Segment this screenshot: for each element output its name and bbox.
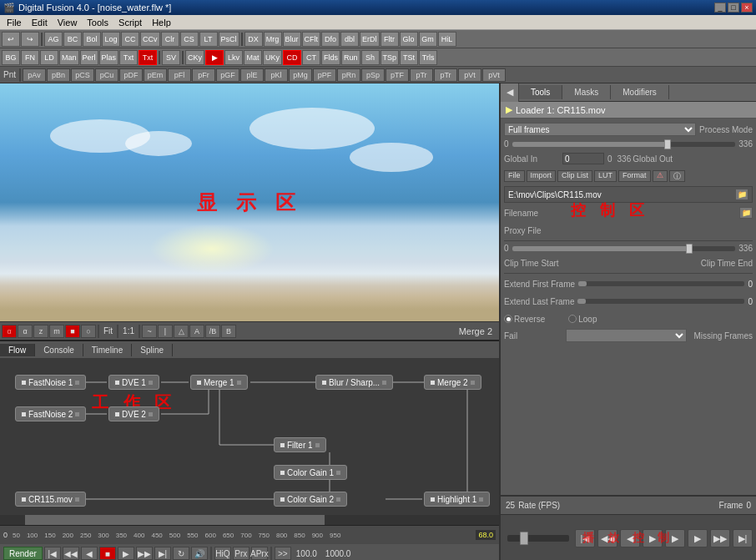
global-in-input[interactable] — [562, 153, 604, 164]
tool-erdl[interactable]: ErDl — [360, 32, 380, 47]
tr-next-frame[interactable]: ▶ — [688, 529, 708, 547]
flow-hscrollbar[interactable] — [0, 515, 499, 525]
tool-pbn[interactable]: pBn — [47, 68, 70, 82]
tool-bc[interactable]: BC — [63, 32, 82, 47]
connector-out[interactable] — [280, 442, 285, 448]
tool-pav[interactable]: pAv — [23, 68, 46, 82]
connector-out[interactable] — [21, 411, 27, 417]
tool-cflt[interactable]: CFlt — [302, 32, 321, 47]
channel-btn-all[interactable]: ■ — [65, 325, 80, 338]
connector-in[interactable] — [236, 380, 242, 386]
connector-in[interactable] — [315, 442, 320, 448]
info-btn[interactable]: ⓘ — [669, 170, 685, 182]
tool-man[interactable]: Man — [59, 50, 79, 65]
tool-mrg[interactable]: Mrg — [264, 32, 282, 47]
tool-pscl[interactable]: PsCl — [219, 32, 239, 47]
channel-btn-a[interactable]: α — [18, 325, 33, 338]
menu-file[interactable]: File — [2, 17, 27, 28]
tool-trls[interactable]: Trls — [419, 50, 437, 65]
tool-ct[interactable]: CT — [302, 50, 320, 65]
tool-ple[interactable]: plE — [240, 68, 264, 82]
tool-dx[interactable]: DX — [244, 32, 263, 47]
tool-lt[interactable]: LT — [199, 32, 218, 47]
connector-out[interactable] — [196, 380, 202, 386]
tool-flds[interactable]: Flds — [321, 50, 340, 65]
tool-dfo[interactable]: Dfo — [321, 32, 340, 47]
channel-btn-z[interactable]: z — [33, 325, 48, 338]
pb-next[interactable]: ▶▶ — [136, 547, 153, 560]
tool-glo[interactable]: Glo — [400, 32, 418, 47]
pb-play[interactable]: ▶ — [118, 547, 134, 560]
connector-in[interactable] — [74, 380, 80, 386]
tool-pfl[interactable]: pFl — [168, 68, 191, 82]
tool-pgf[interactable]: pGF — [216, 68, 239, 82]
connector-in[interactable] — [478, 497, 484, 502]
tool-fltr[interactable]: Fltr — [381, 32, 399, 47]
node-dve2[interactable]: DVE 2 — [108, 406, 159, 421]
tab-console[interactable]: Console — [35, 344, 83, 356]
tool-sv[interactable]: SV — [162, 50, 180, 65]
channel-btn-m[interactable]: m — [49, 325, 64, 338]
tool-sh[interactable]: Sh — [361, 50, 380, 65]
tool-cky[interactable]: CKy — [185, 50, 204, 65]
tr-rewind[interactable]: ◀◀ — [597, 529, 617, 547]
import-btn[interactable]: Import — [527, 170, 557, 182]
connector-in[interactable] — [74, 411, 80, 417]
lut-btn[interactable]: LUT — [594, 170, 617, 182]
connector-in[interactable] — [335, 497, 341, 502]
tr-prev-start[interactable]: |◀ — [575, 529, 595, 547]
node-cr115[interactable]: CR115.mov — [15, 492, 86, 507]
tool-pfr[interactable]: pFr — [192, 68, 215, 82]
pb-prev[interactable]: ◀ — [81, 547, 98, 560]
view-btn-b2[interactable]: B — [221, 325, 236, 338]
connector-in[interactable] — [148, 411, 154, 417]
menu-edit[interactable]: Edit — [27, 17, 53, 28]
connector-out[interactable] — [430, 497, 436, 502]
menu-tools[interactable]: Tools — [82, 17, 113, 28]
tool-txt[interactable]: Txt — [119, 50, 138, 65]
connector-out[interactable] — [114, 411, 120, 417]
node-blur[interactable]: Blur / Sharp... — [315, 375, 393, 390]
tool-ppf[interactable]: pPF — [313, 68, 336, 82]
waveform-btn[interactable]: ~ — [142, 325, 157, 338]
node-highlight1[interactable]: Highlight 1 — [424, 492, 490, 507]
alert-btn[interactable]: ⚠ — [653, 170, 668, 182]
tool-cs[interactable]: CS — [180, 32, 199, 47]
connector-out[interactable] — [114, 380, 120, 386]
node-colorgain2[interactable]: Color Gain 2 — [274, 492, 347, 507]
tool-dbl[interactable]: dbl — [340, 32, 359, 47]
tool-cd[interactable]: CD — [283, 50, 301, 65]
fail-select[interactable] — [566, 329, 687, 342]
clip-list-btn[interactable]: Clip List — [557, 170, 592, 182]
tr-next-end[interactable]: ▶| — [733, 529, 753, 547]
tool-ptf[interactable]: pTF — [386, 68, 409, 82]
tool-pkl[interactable]: pKl — [265, 68, 288, 82]
pb-audio[interactable]: 🔊 — [191, 547, 208, 560]
extend-first-slider[interactable] — [578, 281, 744, 286]
file-btn[interactable]: File — [504, 170, 525, 182]
connector-in[interactable] — [381, 380, 387, 386]
loop-radio[interactable]: Loop — [568, 315, 597, 324]
tr-fwd[interactable]: ▶▶ — [710, 529, 730, 547]
ab-btn-a[interactable]: A — [189, 325, 204, 338]
connector-in[interactable] — [74, 497, 80, 502]
tool-plas[interactable]: Plas — [99, 50, 119, 65]
pb-prev-start[interactable]: |◀ — [44, 547, 61, 560]
tool-bol[interactable]: Bol — [83, 32, 101, 47]
pb-aprx[interactable]: APrx — [251, 547, 268, 560]
menu-help[interactable]: Help — [147, 17, 176, 28]
tool-psp[interactable]: pSp — [361, 68, 385, 82]
node-fastnoise2[interactable]: FastNoise 2 — [15, 406, 86, 421]
tool-clr[interactable]: Clr — [161, 32, 179, 47]
tool-perl[interactable]: Perl — [80, 50, 98, 65]
pb-hiq[interactable]: HiQ — [214, 547, 231, 560]
connector-out[interactable] — [21, 497, 27, 502]
overlay-btn[interactable]: △ — [174, 325, 189, 338]
tool-pcs[interactable]: pCS — [71, 68, 94, 82]
tool-active[interactable]: ▶ — [205, 50, 224, 65]
connector-in[interactable] — [470, 380, 476, 386]
tool-ptr1[interactable]: pTr — [410, 68, 433, 82]
tool-log[interactable]: Log — [102, 32, 120, 47]
tool-txt2[interactable]: Txt — [139, 50, 157, 65]
transport-slider[interactable] — [507, 535, 569, 542]
